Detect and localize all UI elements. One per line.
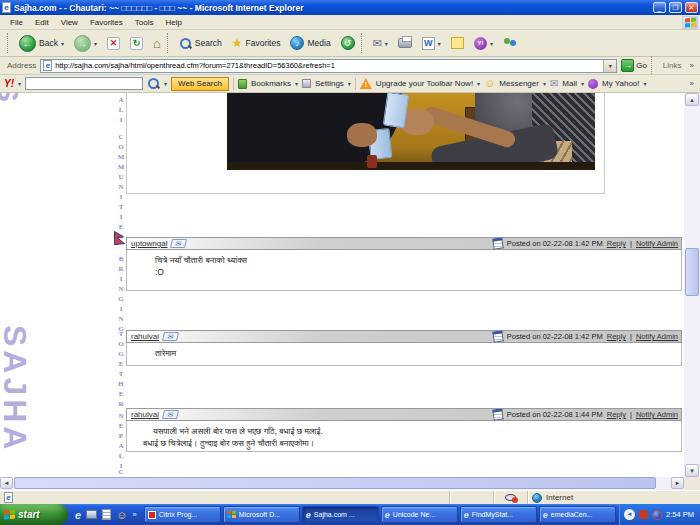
address-dropdown-icon[interactable]: ▾ — [603, 60, 616, 72]
reply-link[interactable]: Reply — [607, 410, 626, 419]
quick-launch-ie-icon[interactable]: e — [75, 509, 81, 521]
bookmarks-label[interactable]: Bookmarks — [251, 79, 291, 88]
yahoo-mail-dropdown-icon[interactable]: ▾ — [581, 80, 584, 87]
horizontal-scrollbar[interactable]: ◄ ► — [0, 477, 684, 490]
url-text[interactable]: http://sajha.com/sajha/html/openthread.c… — [55, 61, 600, 70]
print-button[interactable] — [394, 37, 416, 49]
menu-view[interactable]: View — [55, 18, 84, 27]
yahoo-messenger-button[interactable]: Y! ▾ — [470, 36, 497, 51]
yahoo-messenger-dropdown-icon[interactable]: ▾ — [543, 80, 546, 87]
vertical-scroll-thumb[interactable] — [685, 248, 699, 296]
forward-button[interactable]: → ▾ — [70, 34, 101, 53]
reply-link[interactable]: Reply — [607, 332, 626, 341]
address-input[interactable]: e http://sajha.com/sajha/html/openthread… — [40, 59, 617, 73]
scroll-left-icon[interactable]: ◄ — [0, 477, 13, 489]
task-sajha[interactable]: e Sajha.com ... — [302, 506, 379, 523]
home-button[interactable]: ⌂ — [149, 36, 165, 51]
notify-admin-link[interactable]: Notify Admin — [636, 239, 678, 248]
settings-label[interactable]: Settings — [315, 79, 344, 88]
forward-dropdown-icon[interactable]: ▾ — [94, 40, 97, 47]
search-label: Search — [195, 38, 222, 48]
stop-button[interactable]: ✕ — [103, 36, 124, 51]
privacy-report-icon[interactable] — [505, 494, 516, 501]
yahoo-overflow-chevron-icon[interactable]: » — [688, 79, 696, 88]
notes-button[interactable] — [447, 36, 468, 50]
menu-favorites[interactable]: Favorites — [84, 18, 129, 27]
tray-red-icon[interactable] — [639, 510, 648, 519]
yahoo-logo[interactable]: Y! — [4, 78, 14, 89]
task-citrix[interactable]: Citrix Prog... — [144, 506, 221, 523]
quick-launch-chevron-icon[interactable]: » — [132, 510, 136, 519]
tagline-together: TOGETHER — [111, 330, 125, 406]
send-message-icon[interactable]: ✉ — [162, 410, 179, 419]
toolbar-separator2 — [361, 33, 364, 53]
bookmarks-dropdown-icon[interactable]: ▾ — [295, 80, 298, 87]
history-button[interactable]: ↺ — [337, 35, 359, 51]
go-button[interactable]: → Go — [621, 59, 647, 72]
yahoo-messenger-label[interactable]: Messenger — [499, 79, 539, 88]
task-microsoft[interactable]: Microsoft D... — [223, 506, 300, 523]
citrix-icon — [148, 511, 156, 519]
quick-launch-document-icon[interactable] — [102, 509, 111, 520]
vertical-scrollbar[interactable]: ▲ ▼ — [684, 93, 700, 477]
back-button[interactable]: ← Back ▾ — [15, 34, 68, 53]
menu-tools[interactable]: Tools — [129, 18, 160, 27]
restore-button[interactable]: ❐ — [669, 2, 682, 13]
yahoo-search-icon[interactable] — [147, 77, 160, 90]
links-label[interactable]: Links — [661, 61, 684, 70]
back-dropdown-icon[interactable]: ▾ — [61, 40, 64, 47]
tray-blue-icon[interactable] — [652, 510, 662, 520]
page-icon: e — [43, 60, 52, 71]
menu-edit[interactable]: Edit — [29, 18, 55, 27]
menu-file[interactable]: File — [4, 18, 29, 27]
web-search-button[interactable]: Web Search — [171, 77, 229, 91]
quick-launch-mail-icon[interactable] — [86, 510, 97, 519]
ymsg-dropdown-icon[interactable]: ▾ — [490, 40, 493, 47]
mail-button[interactable]: ✉ ▾ — [369, 36, 392, 51]
yahoo-search-input[interactable] — [25, 77, 143, 90]
task-emediacen[interactable]: e emediaCen... — [539, 506, 616, 523]
settings-dropdown-icon[interactable]: ▾ — [348, 80, 351, 87]
scroll-down-icon[interactable]: ▼ — [685, 464, 699, 477]
scrollbar-corner — [684, 477, 700, 490]
yahoo-logo-dropdown-icon[interactable]: ▾ — [18, 80, 21, 87]
quick-launch-smiley-icon[interactable]: ☺ — [116, 509, 127, 521]
send-message-icon[interactable]: ✉ — [162, 332, 179, 341]
send-message-icon[interactable]: ✉ — [171, 239, 188, 248]
reply-link[interactable]: Reply — [607, 239, 626, 248]
word-dropdown-icon[interactable]: ▾ — [438, 40, 441, 47]
post-author-link[interactable]: uptowngal — [131, 239, 167, 248]
notify-admin-link[interactable]: Notify Admin — [636, 410, 678, 419]
yahoo-search-dropdown-icon[interactable]: ▾ — [164, 80, 167, 87]
my-yahoo-label[interactable]: My Yahoo! — [602, 79, 640, 88]
notify-admin-link[interactable]: Notify Admin — [636, 332, 678, 341]
minimize-button[interactable]: _ — [653, 2, 666, 13]
my-yahoo-dropdown-icon[interactable]: ▾ — [644, 80, 647, 87]
scroll-up-icon[interactable]: ▲ — [685, 93, 699, 106]
messenger-button[interactable] — [499, 36, 522, 51]
post-author-link[interactable]: rahulvai — [131, 410, 159, 419]
close-button[interactable]: ✕ — [685, 2, 698, 13]
upgrade-toolbar-link[interactable]: Upgrade your Toolbar Now! — [376, 79, 473, 88]
links-chevron-icon[interactable]: » — [688, 61, 696, 70]
status-bar: e Internet — [0, 490, 700, 504]
horizontal-scroll-thumb[interactable] — [14, 477, 656, 489]
post-author-link[interactable]: rahulvai — [131, 332, 159, 341]
toolbar-grip[interactable] — [7, 33, 10, 53]
search-button[interactable]: Search — [175, 36, 226, 51]
mail-dropdown-icon[interactable]: ▾ — [385, 40, 388, 47]
favorites-button[interactable]: ★ Favorites — [228, 36, 285, 51]
scroll-right-icon[interactable]: ► — [671, 477, 684, 489]
menu-help[interactable]: Help — [159, 18, 187, 27]
task-findmystat[interactable]: e FindMyStat... — [460, 506, 537, 523]
posted-note-icon — [492, 237, 503, 249]
tray-collapse-icon[interactable]: ◄ — [624, 509, 635, 520]
task-unicode[interactable]: e Unicode Ne... — [381, 506, 458, 523]
start-button[interactable]: start — [0, 504, 68, 525]
upgrade-dropdown-icon[interactable]: ▾ — [477, 80, 480, 87]
edit-with-word-button[interactable]: W ▾ — [418, 36, 445, 51]
media-icon: ♪ — [290, 36, 304, 50]
refresh-button[interactable]: ↻ — [126, 36, 147, 51]
yahoo-mail-label[interactable]: Mail — [562, 79, 577, 88]
media-button[interactable]: ♪ Media — [286, 35, 334, 51]
